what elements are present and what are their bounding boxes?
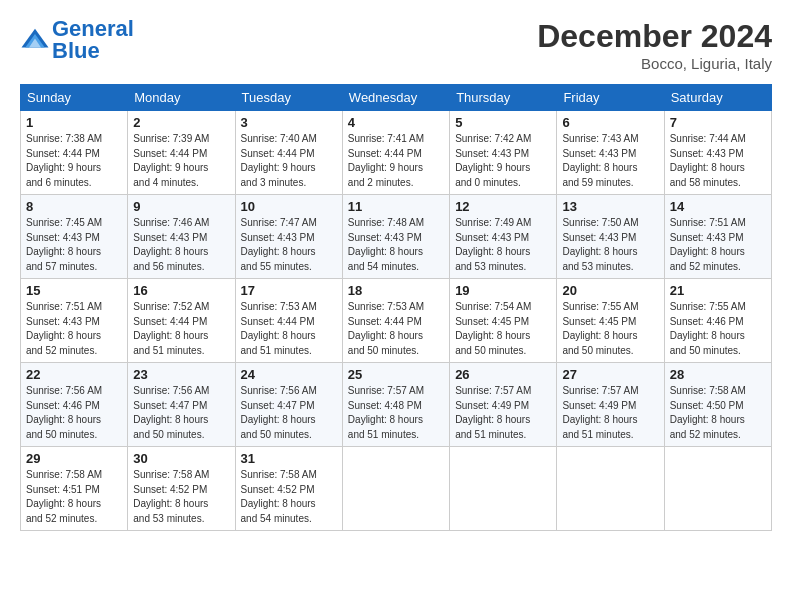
col-header-saturday: Saturday	[664, 85, 771, 111]
day-info: Sunrise: 7:55 AM Sunset: 4:45 PM Dayligh…	[562, 300, 658, 358]
day-info: Sunrise: 7:51 AM Sunset: 4:43 PM Dayligh…	[670, 216, 766, 274]
day-cell	[450, 447, 557, 531]
day-info: Sunrise: 7:46 AM Sunset: 4:43 PM Dayligh…	[133, 216, 229, 274]
day-info: Sunrise: 7:54 AM Sunset: 4:45 PM Dayligh…	[455, 300, 551, 358]
day-number: 31	[241, 451, 337, 466]
day-cell	[342, 447, 449, 531]
page: General Blue December 2024 Bocco, Liguri…	[0, 0, 792, 541]
day-number: 14	[670, 199, 766, 214]
col-header-sunday: Sunday	[21, 85, 128, 111]
day-info: Sunrise: 7:52 AM Sunset: 4:44 PM Dayligh…	[133, 300, 229, 358]
day-number: 25	[348, 367, 444, 382]
day-number: 20	[562, 283, 658, 298]
day-info: Sunrise: 7:42 AM Sunset: 4:43 PM Dayligh…	[455, 132, 551, 190]
day-cell: 16Sunrise: 7:52 AM Sunset: 4:44 PM Dayli…	[128, 279, 235, 363]
day-number: 13	[562, 199, 658, 214]
col-header-monday: Monday	[128, 85, 235, 111]
day-info: Sunrise: 7:56 AM Sunset: 4:47 PM Dayligh…	[241, 384, 337, 442]
day-cell: 19Sunrise: 7:54 AM Sunset: 4:45 PM Dayli…	[450, 279, 557, 363]
day-cell: 9Sunrise: 7:46 AM Sunset: 4:43 PM Daylig…	[128, 195, 235, 279]
day-info: Sunrise: 7:58 AM Sunset: 4:52 PM Dayligh…	[133, 468, 229, 526]
day-number: 9	[133, 199, 229, 214]
day-cell: 13Sunrise: 7:50 AM Sunset: 4:43 PM Dayli…	[557, 195, 664, 279]
day-number: 7	[670, 115, 766, 130]
day-info: Sunrise: 7:56 AM Sunset: 4:46 PM Dayligh…	[26, 384, 122, 442]
day-cell: 7Sunrise: 7:44 AM Sunset: 4:43 PM Daylig…	[664, 111, 771, 195]
day-info: Sunrise: 7:45 AM Sunset: 4:43 PM Dayligh…	[26, 216, 122, 274]
day-number: 27	[562, 367, 658, 382]
day-info: Sunrise: 7:41 AM Sunset: 4:44 PM Dayligh…	[348, 132, 444, 190]
day-number: 24	[241, 367, 337, 382]
day-number: 22	[26, 367, 122, 382]
day-info: Sunrise: 7:40 AM Sunset: 4:44 PM Dayligh…	[241, 132, 337, 190]
week-row-1: 1Sunrise: 7:38 AM Sunset: 4:44 PM Daylig…	[21, 111, 772, 195]
day-number: 8	[26, 199, 122, 214]
day-cell: 31Sunrise: 7:58 AM Sunset: 4:52 PM Dayli…	[235, 447, 342, 531]
col-header-thursday: Thursday	[450, 85, 557, 111]
day-info: Sunrise: 7:39 AM Sunset: 4:44 PM Dayligh…	[133, 132, 229, 190]
day-info: Sunrise: 7:50 AM Sunset: 4:43 PM Dayligh…	[562, 216, 658, 274]
day-info: Sunrise: 7:56 AM Sunset: 4:47 PM Dayligh…	[133, 384, 229, 442]
day-number: 26	[455, 367, 551, 382]
logo: General Blue	[20, 18, 134, 62]
day-info: Sunrise: 7:48 AM Sunset: 4:43 PM Dayligh…	[348, 216, 444, 274]
day-number: 6	[562, 115, 658, 130]
day-number: 15	[26, 283, 122, 298]
day-cell: 30Sunrise: 7:58 AM Sunset: 4:52 PM Dayli…	[128, 447, 235, 531]
week-row-4: 22Sunrise: 7:56 AM Sunset: 4:46 PM Dayli…	[21, 363, 772, 447]
day-cell: 21Sunrise: 7:55 AM Sunset: 4:46 PM Dayli…	[664, 279, 771, 363]
day-cell: 12Sunrise: 7:49 AM Sunset: 4:43 PM Dayli…	[450, 195, 557, 279]
day-info: Sunrise: 7:53 AM Sunset: 4:44 PM Dayligh…	[241, 300, 337, 358]
day-cell: 10Sunrise: 7:47 AM Sunset: 4:43 PM Dayli…	[235, 195, 342, 279]
day-number: 1	[26, 115, 122, 130]
header-row: SundayMondayTuesdayWednesdayThursdayFrid…	[21, 85, 772, 111]
col-header-friday: Friday	[557, 85, 664, 111]
month-title: December 2024	[537, 18, 772, 55]
day-number: 12	[455, 199, 551, 214]
day-cell: 1Sunrise: 7:38 AM Sunset: 4:44 PM Daylig…	[21, 111, 128, 195]
day-info: Sunrise: 7:55 AM Sunset: 4:46 PM Dayligh…	[670, 300, 766, 358]
day-number: 30	[133, 451, 229, 466]
day-cell: 8Sunrise: 7:45 AM Sunset: 4:43 PM Daylig…	[21, 195, 128, 279]
day-cell: 3Sunrise: 7:40 AM Sunset: 4:44 PM Daylig…	[235, 111, 342, 195]
day-cell: 2Sunrise: 7:39 AM Sunset: 4:44 PM Daylig…	[128, 111, 235, 195]
logo-icon	[20, 25, 50, 55]
day-info: Sunrise: 7:57 AM Sunset: 4:48 PM Dayligh…	[348, 384, 444, 442]
day-cell: 23Sunrise: 7:56 AM Sunset: 4:47 PM Dayli…	[128, 363, 235, 447]
day-info: Sunrise: 7:51 AM Sunset: 4:43 PM Dayligh…	[26, 300, 122, 358]
day-number: 21	[670, 283, 766, 298]
day-cell: 28Sunrise: 7:58 AM Sunset: 4:50 PM Dayli…	[664, 363, 771, 447]
day-number: 11	[348, 199, 444, 214]
day-number: 3	[241, 115, 337, 130]
day-number: 10	[241, 199, 337, 214]
day-cell: 6Sunrise: 7:43 AM Sunset: 4:43 PM Daylig…	[557, 111, 664, 195]
logo-text2: Blue	[52, 40, 134, 62]
day-info: Sunrise: 7:47 AM Sunset: 4:43 PM Dayligh…	[241, 216, 337, 274]
day-cell: 29Sunrise: 7:58 AM Sunset: 4:51 PM Dayli…	[21, 447, 128, 531]
day-cell	[664, 447, 771, 531]
day-cell: 20Sunrise: 7:55 AM Sunset: 4:45 PM Dayli…	[557, 279, 664, 363]
day-info: Sunrise: 7:57 AM Sunset: 4:49 PM Dayligh…	[562, 384, 658, 442]
day-number: 2	[133, 115, 229, 130]
day-info: Sunrise: 7:58 AM Sunset: 4:51 PM Dayligh…	[26, 468, 122, 526]
day-number: 19	[455, 283, 551, 298]
day-number: 4	[348, 115, 444, 130]
day-info: Sunrise: 7:38 AM Sunset: 4:44 PM Dayligh…	[26, 132, 122, 190]
day-cell: 15Sunrise: 7:51 AM Sunset: 4:43 PM Dayli…	[21, 279, 128, 363]
day-cell: 18Sunrise: 7:53 AM Sunset: 4:44 PM Dayli…	[342, 279, 449, 363]
logo-text: General	[52, 18, 134, 40]
day-info: Sunrise: 7:44 AM Sunset: 4:43 PM Dayligh…	[670, 132, 766, 190]
week-row-5: 29Sunrise: 7:58 AM Sunset: 4:51 PM Dayli…	[21, 447, 772, 531]
day-info: Sunrise: 7:58 AM Sunset: 4:52 PM Dayligh…	[241, 468, 337, 526]
day-cell: 17Sunrise: 7:53 AM Sunset: 4:44 PM Dayli…	[235, 279, 342, 363]
day-cell: 4Sunrise: 7:41 AM Sunset: 4:44 PM Daylig…	[342, 111, 449, 195]
day-number: 16	[133, 283, 229, 298]
day-cell: 26Sunrise: 7:57 AM Sunset: 4:49 PM Dayli…	[450, 363, 557, 447]
day-number: 5	[455, 115, 551, 130]
col-header-wednesday: Wednesday	[342, 85, 449, 111]
day-number: 23	[133, 367, 229, 382]
week-row-3: 15Sunrise: 7:51 AM Sunset: 4:43 PM Dayli…	[21, 279, 772, 363]
week-row-2: 8Sunrise: 7:45 AM Sunset: 4:43 PM Daylig…	[21, 195, 772, 279]
day-info: Sunrise: 7:43 AM Sunset: 4:43 PM Dayligh…	[562, 132, 658, 190]
day-cell: 11Sunrise: 7:48 AM Sunset: 4:43 PM Dayli…	[342, 195, 449, 279]
